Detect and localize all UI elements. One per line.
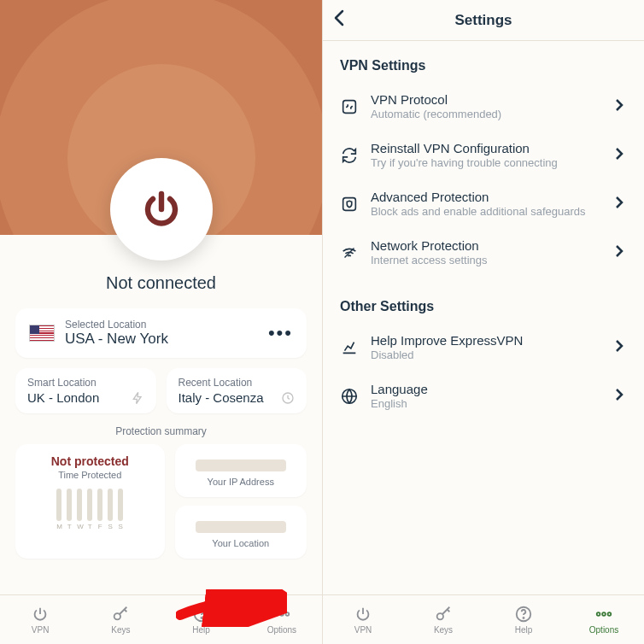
item-title: Reinstall VPN Configuration — [371, 141, 600, 155]
settings-item-protocol[interactable]: VPN ProtocolAutomatic (recommended) — [340, 82, 627, 131]
section-title: Other Settings — [340, 299, 627, 314]
your-location-label: Your Location — [184, 538, 299, 548]
settings-item-shield[interactable]: Advanced ProtectionBlock ads and enable … — [340, 179, 627, 228]
smart-location-card[interactable]: Smart Location UK - London — [15, 368, 156, 413]
settings-item-reinstall[interactable]: Reinstall VPN ConfigurationTry if you're… — [340, 131, 627, 179]
more-icon — [594, 605, 613, 624]
section-title: VPN Settings — [340, 58, 627, 73]
globe-icon — [340, 387, 359, 406]
bolt-icon — [131, 391, 144, 405]
clock-icon — [281, 391, 295, 405]
nav-keys[interactable]: Keys — [80, 595, 161, 644]
item-title: Network Protection — [371, 238, 600, 253]
item-subtitle: Automatic (recommended) — [371, 108, 600, 120]
settings-item-chart[interactable]: Help Improve ExpressVPNDisabled — [340, 323, 627, 372]
nav-help[interactable]: Help — [483, 595, 564, 644]
item-subtitle: Block ads and enable additional safeguar… — [371, 205, 600, 218]
chevron-right-icon — [612, 338, 627, 357]
item-title: Language — [371, 382, 600, 396]
key-icon — [111, 605, 130, 624]
svg-point-15 — [608, 612, 612, 616]
nav-vpn[interactable]: VPN — [323, 595, 403, 644]
nav-options[interactable]: Options — [242, 595, 322, 644]
chevron-right-icon — [612, 97, 627, 116]
selected-location-card[interactable]: Selected Location USA - New York ••• — [15, 308, 307, 358]
item-title: VPN Protocol — [371, 92, 600, 107]
key-icon — [434, 605, 453, 624]
recent-location-value: Italy - Cosenza — [179, 390, 264, 405]
selected-location-label: Selected Location — [65, 319, 168, 331]
your-location-card[interactable]: Your Location — [175, 506, 307, 559]
not-protected-title: Not protected — [24, 454, 156, 468]
day-labels: MTWTFSS — [24, 523, 156, 530]
time-protected-bars — [24, 489, 156, 521]
shield-icon — [340, 195, 359, 214]
ip-label: Your IP Address — [184, 477, 299, 487]
settings-item-globe[interactable]: LanguageEnglish — [340, 372, 627, 420]
location-blurred — [196, 521, 287, 533]
time-protected-label: Time Protected — [24, 470, 156, 480]
chevron-right-icon — [612, 195, 627, 214]
protocol-icon — [340, 97, 359, 116]
bottom-nav: VPN Keys Help Options — [0, 594, 322, 644]
power-icon — [354, 605, 372, 624]
item-subtitle: Internet access settings — [371, 254, 600, 266]
settings-pane: Settings VPN SettingsVPN ProtocolAutomat… — [322, 0, 644, 644]
recent-location-card[interactable]: Recent Location Italy - Cosenza — [167, 368, 307, 413]
item-title: Help Improve ExpressVPN — [371, 333, 600, 348]
help-icon — [192, 605, 211, 624]
svg-point-13 — [597, 612, 600, 616]
help-icon — [514, 605, 533, 624]
power-icon — [31, 605, 50, 624]
reinstall-icon — [340, 146, 359, 165]
back-button[interactable] — [333, 9, 345, 32]
time-protected-card[interactable]: Not protected Time Protected MTWTFSS — [15, 444, 165, 559]
chart-icon — [340, 338, 359, 357]
settings-item-wifi[interactable]: Network ProtectionInternet access settin… — [340, 228, 627, 277]
protection-summary-title: Protection summary — [15, 425, 307, 437]
hero — [0, 0, 322, 235]
recent-location-label: Recent Location — [179, 377, 296, 389]
svg-point-6 — [285, 612, 289, 616]
settings-section: Other SettingsHelp Improve ExpressVPNDis… — [323, 282, 644, 425]
item-title: Advanced Protection — [371, 190, 600, 204]
svg-rect-8 — [343, 197, 356, 210]
nav-options[interactable]: Options — [564, 595, 644, 644]
svg-rect-7 — [343, 100, 356, 113]
selected-location-value: USA - New York — [65, 331, 168, 348]
nav-keys[interactable]: Keys — [403, 595, 483, 644]
power-icon — [141, 189, 182, 230]
svg-point-3 — [201, 618, 202, 618]
smart-location-value: UK - London — [27, 390, 99, 405]
ip-blurred — [196, 460, 287, 471]
svg-point-14 — [602, 612, 606, 616]
svg-point-12 — [523, 618, 524, 618]
svg-point-10 — [437, 613, 443, 619]
chevron-right-icon — [612, 146, 627, 165]
smart-location-label: Smart Location — [27, 377, 144, 389]
svg-point-5 — [280, 612, 284, 616]
svg-point-4 — [275, 612, 278, 616]
wifi-icon — [340, 243, 359, 262]
flag-icon — [29, 325, 55, 342]
connect-button[interactable] — [110, 158, 213, 261]
connection-status: Not connected — [0, 273, 322, 293]
item-subtitle: Try if you're having trouble connecting — [371, 156, 600, 169]
ip-address-card[interactable]: Your IP Address — [175, 444, 307, 497]
nav-help[interactable]: Help — [161, 595, 242, 644]
chevron-left-icon — [333, 9, 345, 26]
selected-location-menu[interactable]: ••• — [268, 322, 293, 344]
item-subtitle: Disabled — [371, 348, 600, 361]
item-subtitle: English — [371, 397, 600, 410]
settings-header: Settings — [323, 0, 644, 41]
more-icon — [272, 605, 291, 624]
vpn-main-pane: Not connected Selected Location USA - Ne… — [0, 0, 322, 644]
bottom-nav-right: VPN Keys Help Options — [323, 594, 644, 644]
settings-title: Settings — [454, 12, 512, 29]
chevron-right-icon — [612, 243, 627, 262]
chevron-right-icon — [612, 387, 627, 406]
settings-section: VPN SettingsVPN ProtocolAutomatic (recom… — [323, 41, 644, 282]
svg-point-1 — [114, 613, 120, 619]
nav-vpn[interactable]: VPN — [0, 595, 80, 644]
